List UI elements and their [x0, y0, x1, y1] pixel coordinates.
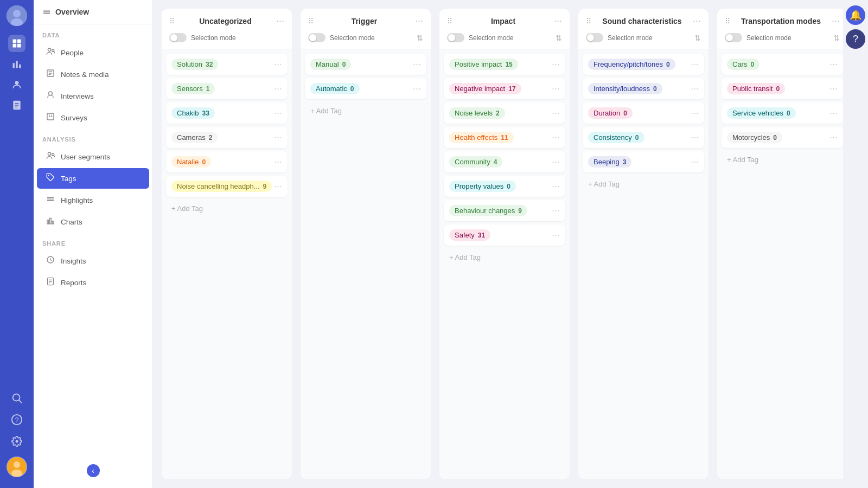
tag-card[interactable]: Consistency0··· — [583, 127, 704, 148]
selection-mode-toggle-impact[interactable] — [447, 33, 464, 42]
tag-options-icon[interactable]: ··· — [691, 156, 699, 168]
tag-options-icon[interactable]: ··· — [274, 83, 282, 94]
user-avatar[interactable] — [7, 5, 27, 26]
tag-card[interactable]: Safety31··· — [444, 224, 565, 246]
notification-btn[interactable]: 🔔 — [846, 5, 865, 25]
tag-options-icon[interactable]: ··· — [552, 205, 560, 216]
tag-options-icon[interactable]: ··· — [829, 59, 838, 70]
tag-options-icon[interactable]: ··· — [552, 132, 560, 143]
nav-user-icon[interactable] — [8, 76, 25, 93]
tag-options-icon[interactable]: ··· — [552, 156, 560, 168]
selection-mode-toggle-uncategorized[interactable] — [169, 33, 187, 42]
add-tag-transportation-modes[interactable]: + Add Tag — [722, 151, 843, 168]
sidebar-overview[interactable]: Overview — [34, 0, 152, 24]
tag-card[interactable]: Sensors1··· — [166, 78, 288, 99]
tag-card[interactable]: Noise cancelling headph...9··· — [166, 176, 288, 197]
sort-icon[interactable]: ⇅ — [556, 34, 562, 42]
tag-options-icon[interactable]: ··· — [552, 181, 560, 192]
selection-mode-toggle-trigger[interactable] — [308, 33, 326, 42]
nav-home-icon[interactable] — [8, 35, 25, 52]
tag-options-icon[interactable]: ··· — [552, 229, 560, 241]
tag-options-icon[interactable]: ··· — [829, 83, 838, 94]
nav-settings-icon[interactable] — [8, 433, 25, 450]
column-menu-trigger[interactable]: ··· — [415, 15, 423, 27]
drag-handle[interactable]: ⠿ — [725, 17, 730, 25]
add-tag-trigger[interactable]: + Add Tag — [305, 102, 426, 119]
tag-card[interactable]: Noise levels2··· — [444, 102, 565, 124]
tag-options-icon[interactable]: ··· — [413, 59, 421, 70]
tag-card[interactable]: Solution32··· — [166, 54, 288, 75]
help-btn[interactable]: ? — [846, 29, 865, 49]
column-menu-sound-characteristics[interactable]: ··· — [693, 15, 701, 27]
selection-mode-toggle-sound-characteristics[interactable] — [586, 33, 603, 42]
sidebar-collapse-btn[interactable]: ‹ — [87, 464, 100, 477]
tag-options-icon[interactable]: ··· — [691, 59, 699, 70]
tag-card[interactable]: Chakib33··· — [166, 102, 288, 124]
tag-card[interactable]: Community4··· — [444, 151, 565, 172]
tag-card[interactable]: Property values0··· — [444, 176, 565, 197]
tag-card[interactable]: Automatic0··· — [305, 78, 426, 99]
tag-card[interactable]: Positive impact15··· — [444, 54, 565, 75]
tag-card[interactable]: Beeping3··· — [583, 151, 704, 172]
column-menu-impact[interactable]: ··· — [554, 15, 562, 27]
tag-card[interactable]: Motorcycles0··· — [722, 127, 843, 148]
nav-user-avatar-bottom[interactable] — [7, 457, 27, 477]
tag-card[interactable]: Intensity/loudness0··· — [583, 78, 704, 99]
tag-options-icon[interactable]: ··· — [691, 83, 699, 94]
tag-options-icon[interactable]: ··· — [274, 156, 282, 168]
tag-options-icon[interactable]: ··· — [413, 83, 421, 94]
tag-options-icon[interactable]: ··· — [829, 132, 838, 143]
drag-handle[interactable]: ⠿ — [169, 17, 175, 25]
column-menu-transportation-modes[interactable]: ··· — [832, 15, 840, 27]
sort-icon[interactable]: ⇅ — [833, 34, 840, 42]
nav-chart-icon[interactable] — [8, 55, 25, 73]
tag-label: Cameras — [177, 133, 206, 142]
sort-icon[interactable]: ⇅ — [417, 34, 423, 42]
tag-card[interactable]: Negative impact17··· — [444, 78, 565, 99]
nav-search-icon[interactable] — [8, 389, 25, 407]
sidebar-item-highlights[interactable]: Highlights — [37, 190, 149, 210]
tag-options-icon[interactable]: ··· — [274, 181, 282, 192]
tag-options-icon[interactable]: ··· — [274, 59, 282, 70]
tag-card[interactable]: Behaviour changes9··· — [444, 200, 565, 221]
tag-card[interactable]: Natalie0··· — [166, 151, 288, 172]
tag-card[interactable]: Cars0··· — [722, 54, 843, 75]
sidebar-item-reports[interactable]: Reports — [37, 272, 149, 293]
tag-pill: Negative impact17 — [449, 83, 521, 94]
drag-handle[interactable]: ⠿ — [308, 17, 314, 25]
tag-card[interactable]: Cameras2··· — [166, 127, 288, 148]
tag-card[interactable]: Public transit0··· — [722, 78, 843, 99]
tag-card[interactable]: Duration0··· — [583, 102, 704, 124]
sort-icon[interactable]: ⇅ — [694, 34, 701, 42]
selection-mode-toggle-transportation-modes[interactable] — [725, 33, 742, 42]
sidebar-item-surveys[interactable]: Surveys — [37, 107, 149, 128]
tag-options-icon[interactable]: ··· — [691, 132, 699, 143]
tag-card[interactable]: Service vehicles0··· — [722, 102, 843, 124]
tag-card[interactable]: Frequency/pitch/tones0··· — [583, 54, 704, 75]
tag-card[interactable]: Health effects11··· — [444, 127, 565, 148]
tag-options-icon[interactable]: ··· — [691, 107, 699, 119]
drag-handle[interactable]: ⠿ — [447, 17, 452, 25]
surveys-label: Surveys — [61, 114, 87, 122]
tag-card[interactable]: Manual0··· — [305, 54, 426, 75]
sidebar-item-charts[interactable]: Charts — [37, 211, 149, 232]
drag-handle[interactable]: ⠿ — [586, 17, 591, 25]
add-tag-impact[interactable]: + Add Tag — [444, 249, 565, 266]
tag-options-icon[interactable]: ··· — [829, 107, 838, 119]
sidebar-item-user-segments[interactable]: User segments — [37, 146, 149, 167]
sidebar-item-notes-media[interactable]: Notes & media — [37, 64, 149, 85]
nav-doc-icon[interactable] — [8, 97, 25, 114]
sidebar-item-people[interactable]: People — [37, 42, 149, 63]
sidebar-item-insights[interactable]: Insights — [37, 251, 149, 271]
sidebar-item-interviews[interactable]: Interviews — [37, 86, 149, 106]
add-tag-sound-characteristics[interactable]: + Add Tag — [583, 176, 704, 192]
column-menu-uncategorized[interactable]: ··· — [276, 15, 284, 27]
tag-options-icon[interactable]: ··· — [552, 83, 560, 94]
tag-options-icon[interactable]: ··· — [552, 107, 560, 119]
nav-help-icon[interactable]: ? — [8, 411, 25, 428]
tag-options-icon[interactable]: ··· — [274, 132, 282, 143]
sidebar-item-tags[interactable]: Tags — [37, 168, 149, 189]
tag-options-icon[interactable]: ··· — [552, 59, 560, 70]
add-tag-uncategorized[interactable]: + Add Tag — [166, 200, 288, 217]
tag-options-icon[interactable]: ··· — [274, 107, 282, 119]
